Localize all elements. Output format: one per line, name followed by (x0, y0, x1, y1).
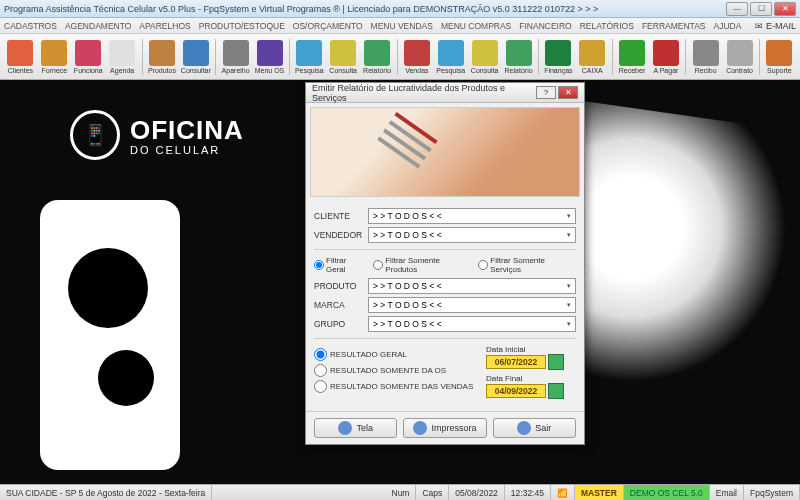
result-geral-radio[interactable]: RESULTADO GERAL (314, 348, 476, 361)
status-caps: Caps (416, 485, 449, 500)
toolbar-relatório[interactable]: Relatório (502, 40, 535, 74)
dialog-help-button[interactable]: ? (536, 86, 556, 99)
status-location: SUA CIDADE - SP 5 de Agosto de 2022 - Se… (0, 485, 212, 500)
toolbar-pesquisa[interactable]: Pesquisa (293, 40, 326, 74)
toolbar-icon (183, 40, 209, 66)
menu-item[interactable]: MENU COMPRAS (441, 21, 511, 31)
toolbar-contrato[interactable]: Contrato (723, 40, 756, 74)
chevron-down-icon: ▾ (567, 231, 571, 239)
toolbar-finanças[interactable]: Finanças (542, 40, 575, 74)
toolbar-produtos[interactable]: Produtos (145, 40, 178, 74)
status-demo: DEMO OS CEL 5.0 (624, 485, 710, 500)
toolbar-label: Menu OS (255, 67, 285, 74)
menu-item[interactable]: OS/ORÇAMENTO (293, 21, 363, 31)
calendar-icon[interactable] (548, 383, 564, 399)
toolbar-consulta[interactable]: Consulta (327, 40, 360, 74)
toolbar-consultar[interactable]: Consultar (179, 40, 212, 74)
email-button[interactable]: ✉ E-MAIL (755, 21, 796, 31)
toolbar-icon (438, 40, 464, 66)
filter-geral-radio[interactable]: Filtrar Geral (314, 256, 367, 274)
toolbar-aparelho[interactable]: Aparelho (219, 40, 252, 74)
toolbar-icon (545, 40, 571, 66)
logo-icon: 📱 (70, 110, 120, 160)
window-controls: — ☐ ✕ (726, 2, 796, 16)
cliente-combo[interactable]: > > T O D O S < <▾ (368, 208, 576, 224)
toolbar-icon (404, 40, 430, 66)
menu-item[interactable]: FERRAMENTAS (642, 21, 706, 31)
toolbar-label: Consulta (471, 67, 499, 74)
toolbar-icon (296, 40, 322, 66)
marca-combo[interactable]: > > T O D O S < <▾ (368, 297, 576, 313)
close-button[interactable]: ✕ (774, 2, 796, 16)
tela-button[interactable]: Tela (314, 418, 397, 438)
minimize-button[interactable]: — (726, 2, 748, 16)
toolbar-label: Pesquisa (295, 67, 324, 74)
toolbar-label: A Pagar (653, 67, 678, 74)
toolbar-relatório[interactable]: Relatório (361, 40, 394, 74)
report-dialog: Emitir Relatório de Lucratividade dos Pr… (305, 82, 585, 445)
toolbar-label: Relatório (363, 67, 391, 74)
status-signal-icon: 📶 (551, 485, 575, 500)
menu-item[interactable]: AJUDA (713, 21, 741, 31)
logo-line1: OFICINA (130, 115, 244, 146)
data-final-field[interactable]: 04/09/2022 (486, 384, 546, 398)
toolbar-label: Receber (619, 67, 645, 74)
status-time: 12:32:45 (505, 485, 551, 500)
produto-label: PRODUTO (314, 281, 368, 291)
dialog-title: Emitir Relatório de Lucratividade dos Pr… (312, 83, 536, 103)
toolbar-label: Consultar (181, 67, 211, 74)
data-inicial-field[interactable]: 06/07/2022 (486, 355, 546, 369)
toolbar-caixa[interactable]: CAIXA (576, 40, 609, 74)
status-email[interactable]: Email (710, 485, 744, 500)
toolbar-icon (693, 40, 719, 66)
produto-combo[interactable]: > > T O D O S < <▾ (368, 278, 576, 294)
data-inicial-label: Data Inicial (486, 345, 576, 354)
vendedor-combo[interactable]: > > T O D O S < <▾ (368, 227, 576, 243)
toolbar-icon (7, 40, 33, 66)
toolbar-label: Aparelho (222, 67, 250, 74)
toolbar-icon (364, 40, 390, 66)
toolbar-funciona[interactable]: Funciona (72, 40, 105, 74)
menu-item[interactable]: APARELHOS (139, 21, 190, 31)
menu-item[interactable]: RELATÓRIOS (580, 21, 634, 31)
toolbar-pesquisa[interactable]: Pesquisa (434, 40, 467, 74)
menu-item[interactable]: MENU VENDAS (371, 21, 433, 31)
toolbar-vendas[interactable]: Vendas (400, 40, 433, 74)
grupo-combo[interactable]: > > T O D O S < <▾ (368, 316, 576, 332)
menu-item[interactable]: CADASTROS (4, 21, 57, 31)
toolbar-label: Recibo (695, 67, 717, 74)
calendar-icon[interactable] (548, 354, 564, 370)
status-num: Num (386, 485, 417, 500)
toolbar-agenda[interactable]: Agenda (106, 40, 139, 74)
toolbar-consulta[interactable]: Consulta (468, 40, 501, 74)
dialog-close-button[interactable]: ✕ (558, 86, 578, 99)
toolbar-icon (653, 40, 679, 66)
result-os-radio[interactable]: RESULTADO SOMENTE DA OS (314, 364, 476, 377)
toolbar-suporte[interactable]: Suporte (763, 40, 796, 74)
filter-servicos-radio[interactable]: Filtrar Somente Serviços (478, 256, 576, 274)
window-titlebar: Programa Assistência Técnica Celular v5.… (0, 0, 800, 18)
toolbar-icon (619, 40, 645, 66)
toolbar-fornece[interactable]: Fornece (38, 40, 71, 74)
toolbar-icon (330, 40, 356, 66)
toolbar-icon (109, 40, 135, 66)
toolbar-recibo[interactable]: Recibo (689, 40, 722, 74)
menu-item[interactable]: AGENDAMENTO (65, 21, 131, 31)
toolbar-menu os[interactable]: Menu OS (253, 40, 286, 74)
result-radio-group: RESULTADO GERAL RESULTADO SOMENTE DA OS … (314, 345, 476, 396)
filter-produtos-radio[interactable]: Filtrar Somente Produtos (373, 256, 472, 274)
menu-item[interactable]: PRODUTO/ESTOQUE (199, 21, 285, 31)
desktop-area: 📱 OFICINA DO CELULAR Emitir Relatório de… (0, 80, 800, 484)
toolbar-label: Pesquisa (436, 67, 465, 74)
result-vendas-radio[interactable]: RESULTADO SOMENTE DAS VENDAS (314, 380, 476, 393)
toolbar-a pagar[interactable]: A Pagar (649, 40, 682, 74)
maximize-button[interactable]: ☐ (750, 2, 772, 16)
impressora-button[interactable]: Impressora (403, 418, 486, 438)
menu-item[interactable]: FINANCEIRO (519, 21, 571, 31)
sair-button[interactable]: Sair (493, 418, 576, 438)
toolbar-clientes[interactable]: Clientes (4, 40, 37, 74)
cliente-label: CLIENTE (314, 211, 368, 221)
toolbar-receber[interactable]: Receber (616, 40, 649, 74)
status-master: MASTER (575, 485, 624, 500)
toolbar-icon (727, 40, 753, 66)
